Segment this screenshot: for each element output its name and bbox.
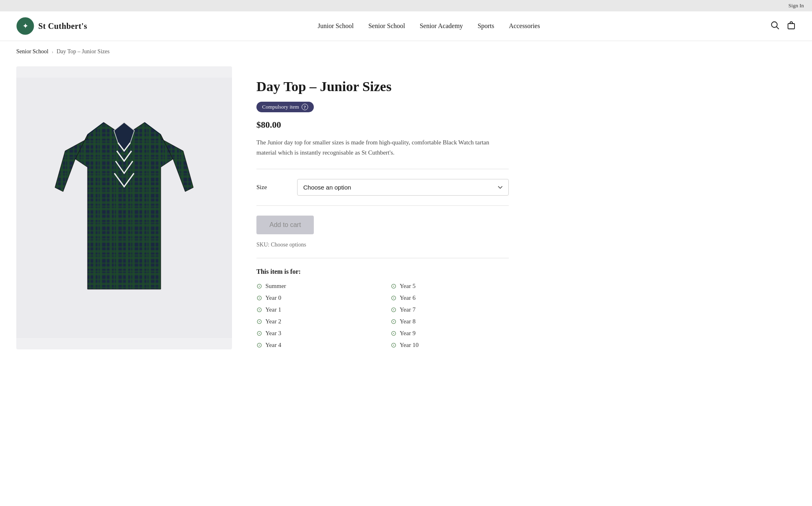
divider-3 (256, 258, 509, 258)
list-item: ⊙ Year 8 (391, 317, 509, 326)
list-item: ⊙ Year 6 (391, 294, 509, 302)
add-to-cart-button[interactable]: Add to cart (256, 216, 314, 234)
list-item: ⊙ Year 1 (256, 305, 374, 314)
product-price: $80.00 (256, 120, 509, 130)
check-icon: ⊙ (256, 282, 262, 290)
check-icon: ⊙ (391, 329, 396, 338)
divider-2 (256, 205, 509, 206)
nav-item-sports[interactable]: Sports (477, 22, 494, 30)
item-label: Year 2 (265, 318, 281, 325)
product-page: Day Top – Junior Sizes Compulsory item ?… (0, 62, 570, 374)
check-icon: ⊙ (391, 317, 396, 326)
check-icon: ⊙ (391, 282, 396, 290)
item-for-section: This item is for: ⊙ Summer ⊙ Year 5 ⊙ Ye… (256, 268, 509, 349)
breadcrumb: Senior School › Day Top – Junior Sizes (0, 41, 812, 62)
size-label: Size (256, 184, 297, 191)
svg-rect-4 (788, 24, 794, 29)
list-item: ⊙ Year 0 (256, 294, 374, 302)
list-item: ⊙ Summer (256, 282, 374, 290)
list-item: ⊙ Year 2 (256, 317, 374, 326)
product-info: Day Top – Junior Sizes Compulsory item ?… (256, 66, 509, 349)
svg-text:✦: ✦ (22, 22, 28, 30)
nav-item-junior-school[interactable]: Junior School (318, 22, 354, 30)
badge-help-icon: ? (302, 104, 308, 110)
check-icon: ⊙ (391, 341, 396, 349)
logo-icon: ✦ (16, 17, 34, 35)
item-for-grid: ⊙ Summer ⊙ Year 5 ⊙ Year 0 ⊙ Year 6 ⊙ (256, 282, 509, 349)
product-title: Day Top – Junior Sizes (256, 79, 509, 95)
breadcrumb-separator: › (52, 49, 53, 55)
item-label: Year 6 (400, 294, 416, 301)
header: ✦ St Cuthbert's Junior School Senior Sch… (0, 11, 812, 41)
check-icon: ⊙ (256, 317, 262, 326)
svg-line-3 (777, 26, 779, 28)
nav-item-senior-school[interactable]: Senior School (368, 22, 405, 30)
logo-text: St Cuthbert's (38, 22, 87, 31)
compulsory-badge[interactable]: Compulsory item ? (256, 102, 314, 112)
header-actions (770, 21, 796, 32)
check-icon: ⊙ (256, 329, 262, 338)
sku-label: SKU: (256, 242, 271, 248)
breadcrumb-current: Day Top – Junior Sizes (57, 48, 109, 55)
list-item: ⊙ Year 9 (391, 329, 509, 338)
check-icon: ⊙ (256, 305, 262, 314)
check-icon: ⊙ (256, 341, 262, 349)
item-label: Year 3 (265, 330, 281, 337)
search-icon[interactable] (770, 21, 779, 32)
item-label: Year 9 (400, 330, 416, 337)
check-icon: ⊙ (391, 294, 396, 302)
check-icon: ⊙ (391, 305, 396, 314)
item-label: Year 1 (265, 306, 281, 313)
product-image-container (16, 66, 232, 349)
item-label: Year 5 (400, 283, 416, 290)
nav-item-senior-academy[interactable]: Senior Academy (420, 22, 463, 30)
main-nav: Junior School Senior School Senior Acade… (318, 22, 540, 30)
size-select[interactable]: Choose an option 6 8 10 12 14 16 (297, 179, 509, 196)
item-label: Year 8 (400, 318, 416, 325)
item-label: Year 10 (400, 342, 418, 349)
item-label: Year 0 (265, 294, 281, 301)
nav-item-accessories[interactable]: Accessories (509, 22, 540, 30)
list-item: ⊙ Year 10 (391, 341, 509, 349)
sku-value: Choose options (271, 242, 306, 248)
item-label: Year 7 (400, 306, 416, 313)
list-item: ⊙ Year 4 (256, 341, 374, 349)
size-selector-row: Size Choose an option 6 8 10 12 14 16 (256, 179, 509, 196)
list-item: ⊙ Year 7 (391, 305, 509, 314)
product-image (16, 78, 232, 338)
divider-1 (256, 169, 509, 169)
cart-icon[interactable] (787, 21, 796, 32)
breadcrumb-parent[interactable]: Senior School (16, 48, 48, 55)
list-item: ⊙ Year 5 (391, 282, 509, 290)
sku-text: SKU: Choose options (256, 242, 509, 248)
product-description: The Junior day top for smaller sizes is … (256, 137, 509, 158)
top-bar: Sign In (0, 0, 812, 11)
item-label: Year 4 (265, 342, 281, 349)
badge-label: Compulsory item (262, 104, 299, 110)
item-label: Summer (265, 283, 286, 290)
check-icon: ⊙ (256, 294, 262, 302)
list-item: ⊙ Year 3 (256, 329, 374, 338)
item-for-title: This item is for: (256, 268, 509, 275)
logo[interactable]: ✦ St Cuthbert's (16, 17, 87, 35)
sign-in-link[interactable]: Sign In (788, 2, 804, 9)
product-image-svg (51, 110, 197, 305)
